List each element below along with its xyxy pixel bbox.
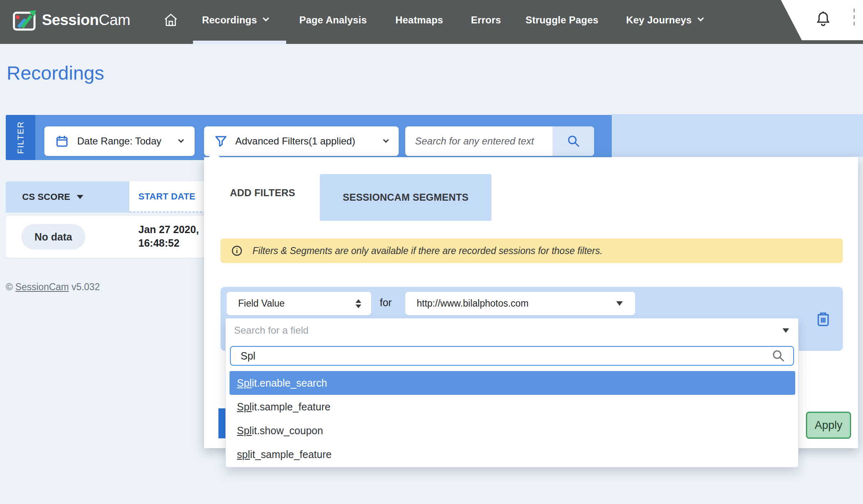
sort-descending-icon: [77, 195, 83, 199]
field-combo-popup: Search for a field Split.enable_search S…: [225, 318, 799, 467]
nav-item-recordings[interactable]: Recordings: [202, 0, 267, 40]
filter-type-value: Field Value: [238, 298, 285, 309]
sessioncam-logo-icon: [12, 9, 37, 32]
suggestion-item[interactable]: Split.sample_feature: [230, 395, 795, 419]
text-search-input[interactable]: [405, 126, 553, 156]
search-icon: [567, 134, 581, 148]
column-header-cs-score[interactable]: CS SCORE: [6, 181, 129, 213]
select-spinner-icon: [356, 299, 361, 308]
funnel-icon: [215, 135, 227, 147]
search-submit-button[interactable]: [553, 126, 594, 156]
sessioncam-footer-link[interactable]: SessionCam: [15, 282, 69, 292]
suggestion-item[interactable]: Split.show_coupon: [230, 419, 795, 442]
apply-button[interactable]: Apply: [806, 412, 851, 439]
filter-type-select[interactable]: Field Value: [227, 292, 371, 315]
filter-tab-label: FILTER: [16, 121, 25, 154]
cs-score-badge: No data: [21, 224, 85, 250]
advanced-filters-label: Advanced Filters(1 applied): [235, 135, 355, 147]
text-search-box: [405, 126, 594, 156]
page-title: Recordings: [7, 62, 104, 84]
nav-item-label: Recordings: [202, 14, 257, 26]
start-date-header-label: START DATE: [138, 191, 195, 202]
filter-bar-extension: [612, 114, 863, 157]
field-combo[interactable]: Search for a field: [226, 318, 798, 342]
field-search-input[interactable]: [231, 347, 772, 365]
cs-score-header-label: CS SCORE: [22, 192, 70, 202]
sessioncam-app: SessionCam Recordings Page Analysis Heat…: [0, 0, 863, 504]
nav-item-page-analysis[interactable]: Page Analysis: [299, 0, 367, 40]
nav-item-heatmaps[interactable]: Heatmaps: [395, 0, 443, 40]
field-combo-placeholder: Search for a field: [234, 325, 308, 336]
version-footer: © SessionCam v5.032: [6, 282, 100, 293]
kebab-dashed-divider[interactable]: [854, 9, 855, 26]
nav-item-label: Errors: [471, 14, 501, 26]
sessioncam-logo[interactable]: SessionCam: [12, 0, 130, 40]
search-icon: [772, 349, 793, 362]
logo-wordmark: SessionCam: [42, 11, 130, 29]
select-arrow-icon: [783, 328, 789, 333]
nav-item-struggle-pages[interactable]: Struggle Pages: [526, 0, 599, 40]
info-icon: [231, 245, 243, 257]
tab-add-filters[interactable]: ADD FILTERS: [230, 187, 295, 199]
site-select[interactable]: http://www.bilalphotos.com: [405, 292, 635, 315]
top-navbar: SessionCam Recordings Page Analysis Heat…: [0, 0, 863, 44]
advanced-filters-button[interactable]: Advanced Filters(1 applied): [204, 126, 399, 156]
nav-item-label: Page Analysis: [299, 14, 367, 26]
suggestion-item[interactable]: split_sample_feature: [230, 442, 795, 466]
nav-item-label: Key Journeys: [626, 14, 692, 26]
calendar-icon: [56, 135, 68, 147]
for-label: for: [380, 297, 392, 309]
select-arrow-icon: [616, 301, 623, 306]
filter-collapse-tab[interactable]: FILTER: [6, 115, 35, 160]
site-select-value: http://www.bilalphotos.com: [417, 298, 528, 309]
tab-sessioncam-segments[interactable]: SESSIONCAM SEGMENTS: [320, 174, 491, 221]
nav-item-label: Struggle Pages: [526, 14, 599, 26]
suggestion-item[interactable]: Split.enable_search: [230, 371, 795, 395]
field-search-box: [230, 346, 794, 366]
notifications-button[interactable]: [815, 11, 831, 29]
info-banner: Filters & Segments are only available if…: [220, 238, 843, 263]
date-range-label: Date Range: Today: [77, 135, 161, 147]
bell-icon: [815, 11, 831, 29]
delete-filter-button[interactable]: [811, 307, 835, 331]
chevron-down-icon: [263, 15, 269, 21]
chevron-down-icon: [698, 15, 704, 21]
filter-bar: FILTER Date Range: Today Advanced Filter: [6, 115, 612, 160]
trash-icon: [816, 311, 831, 327]
date-range-button[interactable]: Date Range: Today: [44, 126, 195, 156]
nav-item-errors[interactable]: Errors: [471, 0, 501, 40]
active-nav-indicator: [193, 41, 286, 44]
nav-item-home[interactable]: [163, 0, 178, 40]
chevron-down-icon: [383, 137, 389, 143]
start-date-cell: Jan 27 2020, 16:48:52: [138, 223, 199, 250]
panel-caret: [209, 152, 220, 157]
chevron-down-icon: [178, 137, 184, 143]
nav-item-label: Heatmaps: [395, 14, 443, 26]
info-banner-text: Filters & Segments are only available if…: [252, 245, 603, 257]
nav-item-key-journeys[interactable]: Key Journeys: [626, 0, 702, 40]
home-icon: [163, 13, 178, 27]
